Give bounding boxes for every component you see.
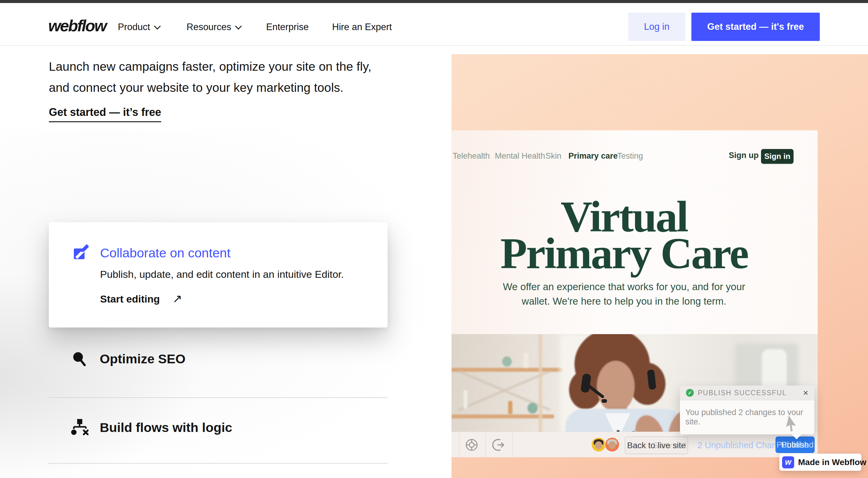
card-description: Publish, update, and edit content in an … [100, 269, 344, 280]
chevron-down-icon [154, 23, 161, 30]
close-icon[interactable]: × [803, 388, 808, 397]
feature-row-build-flows[interactable]: Build flows with logic [100, 420, 232, 435]
main-header: webflow Product Resources Enterprise Hir… [0, 3, 868, 46]
avatar-face [609, 441, 616, 449]
avatar-face [595, 441, 602, 449]
toast-header: ✓ PUBLISH SUCCESSFUL × [680, 385, 814, 400]
site-nav-testing[interactable]: Testing [617, 151, 643, 161]
webflow-w-icon: w [782, 456, 794, 468]
nav-item-enterprise[interactable]: Enterprise [266, 22, 309, 33]
collaborator-avatar[interactable] [592, 438, 606, 451]
webflow-logo[interactable]: webflow [48, 16, 106, 35]
toast-title: PUBLISH SUCCESSFUL [698, 389, 786, 397]
collaborator-avatar[interactable] [604, 437, 620, 452]
chevron-down-icon [235, 23, 242, 30]
check-circle-icon: ✓ [686, 389, 694, 397]
exit-editor-icon[interactable] [491, 437, 506, 452]
site-hero: Virtual Primary Care We offer an experie… [452, 198, 797, 309]
logic-flow-icon [71, 418, 89, 437]
site-nav-skin[interactable]: Skin [546, 151, 561, 161]
feature-card-collaborate[interactable]: Collaborate on content Publish, update, … [49, 222, 388, 328]
photo-woman-face [597, 361, 635, 412]
site-sign-in-button[interactable]: Sign in [761, 149, 794, 164]
intro-line-2: and connect your website to your key mar… [49, 77, 371, 98]
badge-label: Made in Webflow [798, 457, 867, 467]
site-nav-primary-care-active[interactable]: Primary care [568, 151, 618, 161]
photo-headset-mic [601, 399, 607, 403]
photo-shelf [452, 368, 570, 372]
get-started-link[interactable]: Get started — it’s free [49, 106, 161, 122]
nav-item-product[interactable]: Product [118, 22, 160, 33]
site-nav-mental-health[interactable]: Mental Health [495, 151, 545, 161]
help-lifebuoy-icon[interactable] [464, 437, 479, 452]
intro-line-1: Launch new campaigns faster, optimize yo… [49, 56, 371, 77]
photo-bottle [508, 401, 513, 414]
toolbar-divider [459, 432, 459, 457]
start-editing-link[interactable]: Start editing↗ [100, 292, 182, 305]
publish-success-toast: ✓ PUBLISH SUCCESSFUL × You published 2 c… [680, 385, 814, 434]
browser-top-strip [0, 0, 868, 3]
row-divider [48, 463, 388, 464]
photo-clock [502, 356, 512, 367]
photo-shelf [452, 414, 554, 418]
edit-pencil-icon [73, 244, 89, 260]
get-started-button[interactable]: Get started — it's free [691, 13, 820, 41]
login-button[interactable]: Log in [628, 13, 685, 41]
made-in-webflow-badge[interactable]: w Made in Webflow [779, 454, 861, 471]
publish-button[interactable]: Publish Published [775, 437, 815, 453]
card-title[interactable]: Collaborate on content [100, 246, 230, 260]
nav-item-resources[interactable]: Resources [187, 22, 241, 33]
photo-woman-hair [629, 363, 665, 405]
magnifier-icon [72, 351, 87, 368]
site-hero-title-line2: Primary Care [452, 235, 797, 272]
site-hero-subtitle: We offer an experience that works for yo… [452, 280, 797, 309]
diagonal-arrow-icon: ↗ [173, 292, 182, 305]
webflow-editor-toolbar: Back to live site Saved 2 Unpublished Ch… [452, 432, 818, 457]
row-divider [48, 397, 388, 398]
photo-bottle [523, 353, 529, 368]
site-sign-up-link[interactable]: Sign up [729, 151, 758, 160]
photo-vase [527, 403, 538, 414]
site-nav-telehealth[interactable]: Telehealth [453, 151, 490, 161]
photo-candle [464, 390, 467, 409]
saved-ghost-label: Saved [653, 441, 689, 450]
toolbar-divider [485, 432, 486, 457]
nav-item-hire-an-expert[interactable]: Hire an Expert [332, 22, 392, 33]
intro-copy: Launch new campaigns faster, optimize yo… [49, 56, 371, 98]
feature-row-optimize-seo[interactable]: Optimize SEO [100, 351, 185, 366]
back-to-live-site-button[interactable]: Back to live site Saved [625, 437, 688, 454]
